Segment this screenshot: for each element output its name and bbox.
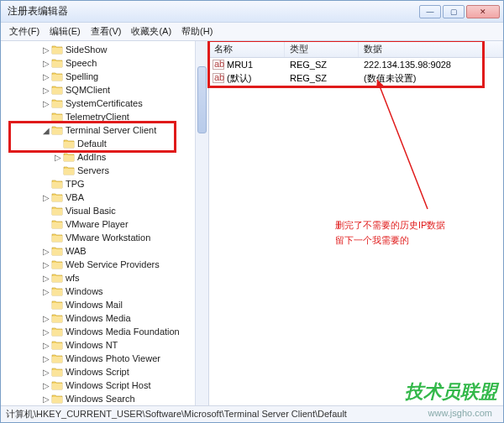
tree-item[interactable]: VMware Player	[1, 217, 208, 231]
expander-icon[interactable]: ▷	[41, 260, 51, 269]
expander-icon[interactable]: ▷	[41, 99, 51, 108]
string-value-icon: ab	[213, 60, 224, 70]
value-row[interactable]: ab(默认)REG_SZ(数值未设置)	[209, 71, 503, 85]
tree-item[interactable]: ▷SideShow	[1, 43, 208, 56]
tree-item-label: Windows Script	[66, 367, 129, 377]
folder-icon	[51, 259, 63, 269]
folder-icon	[51, 246, 63, 256]
folder-icon	[51, 273, 63, 283]
folder-icon	[51, 112, 63, 122]
tree-item[interactable]: Visual Basic	[1, 204, 208, 217]
value-row[interactable]: abMRU1REG_SZ222.134.135.98:9028	[209, 58, 503, 71]
registry-tree[interactable]: ▷SideShow▷Speech▷Spelling▷SQMClient▷Syst…	[1, 41, 209, 405]
tree-item[interactable]: ▷AddIns	[1, 150, 208, 164]
scrollbar-thumb[interactable]	[197, 66, 207, 133]
folder-icon	[51, 192, 63, 202]
tree-item-label: Spelling	[66, 71, 98, 81]
expander-icon[interactable]: ▷	[41, 86, 51, 95]
annotation-line2: 留下一个我需要的	[335, 232, 445, 248]
tree-item[interactable]: ▷Spelling	[1, 70, 208, 83]
folder-icon	[63, 165, 75, 175]
expander-icon[interactable]: ▷	[41, 381, 51, 390]
expander-icon[interactable]: ◢	[41, 126, 51, 135]
expander-icon[interactable]: ▷	[41, 247, 51, 256]
folder-icon	[51, 380, 63, 390]
value-name: MRU1	[227, 60, 253, 70]
list-body[interactable]: abMRU1REG_SZ222.134.135.98:9028ab(默认)REG…	[209, 58, 503, 405]
tree-item-label: VBA	[66, 192, 84, 202]
menu-favorites[interactable]: 收藏夹(A)	[126, 24, 176, 39]
folder-icon	[51, 71, 63, 81]
tree-item[interactable]: VMware Workstation	[1, 231, 208, 244]
tree-item[interactable]: ▷SystemCertificates	[1, 97, 208, 110]
tree-item[interactable]: ▷Web Service Providers	[1, 258, 208, 271]
maximize-button[interactable]: ▢	[443, 5, 465, 18]
value-data: 222.134.135.98:9028	[359, 60, 503, 70]
tree-item[interactable]: ▷Windows Media	[1, 311, 208, 325]
expander-icon[interactable]: ▷	[41, 45, 51, 55]
window-controls: — ▢ ✕	[419, 5, 500, 18]
folder-icon	[51, 85, 63, 95]
expander-icon[interactable]: ▷	[41, 341, 51, 350]
tree-item[interactable]: ▷wfs	[1, 271, 208, 285]
tree-item-label: TPG	[66, 179, 85, 189]
expander-icon[interactable]: ▷	[41, 72, 51, 81]
expander-icon[interactable]: ▷	[53, 153, 63, 162]
expander-icon[interactable]: ▷	[41, 394, 51, 404]
window-title: 注册表编辑器	[8, 4, 419, 18]
tree-item[interactable]: ▷Windows NT	[1, 338, 208, 352]
tree-item[interactable]: Servers	[1, 164, 208, 177]
expander-icon[interactable]: ▷	[41, 59, 51, 68]
svg-text:ab: ab	[214, 73, 224, 82]
tree-item[interactable]: ▷Windows Search	[1, 392, 208, 405]
folder-icon	[51, 340, 63, 350]
menu-help[interactable]: 帮助(H)	[176, 24, 218, 39]
tree-item[interactable]: ▷Windows Photo Viewer	[1, 352, 208, 365]
value-name-cell: abMRU1	[209, 60, 285, 70]
folder-icon	[51, 313, 63, 323]
tree-item[interactable]: ◢Terminal Server Client	[1, 123, 208, 137]
folder-icon	[51, 179, 63, 189]
tree-item[interactable]: Windows Mail	[1, 298, 208, 311]
folder-icon	[51, 98, 63, 108]
menu-file[interactable]: 文件(F)	[4, 24, 45, 39]
tree-item[interactable]: ▷Windows Script	[1, 365, 208, 379]
expander-icon[interactable]: ▷	[41, 274, 51, 283]
folder-icon	[51, 58, 63, 68]
tree-item[interactable]: ▷WAB	[1, 244, 208, 258]
tree-item[interactable]: ▷Windows Script Host	[1, 379, 208, 392]
tree-item[interactable]: ▷VBA	[1, 191, 208, 204]
tree-item-label: Terminal Server Client	[66, 125, 156, 135]
tree-item[interactable]: ▷SQMClient	[1, 83, 208, 97]
tree-item-label: Servers	[77, 165, 109, 175]
tree-item[interactable]: TelemetryClient	[1, 110, 208, 123]
col-type[interactable]: 类型	[285, 41, 359, 57]
tree-item[interactable]: ▷Windows Media Foundation	[1, 325, 208, 338]
tree-item[interactable]: Default	[1, 137, 208, 150]
annotation-text: 删完了不需要的历史IP数据 留下一个我需要的	[335, 217, 445, 248]
col-name[interactable]: 名称	[209, 41, 285, 57]
tree-item[interactable]: TPG	[1, 177, 208, 191]
value-type: REG_SZ	[285, 60, 359, 70]
menu-view[interactable]: 查看(V)	[86, 24, 127, 39]
col-data[interactable]: 数据	[359, 41, 503, 57]
expander-icon[interactable]: ▷	[41, 327, 51, 337]
tree-item-label: Windows Photo Viewer	[66, 353, 160, 363]
tree-scrollbar[interactable]	[195, 41, 208, 405]
status-path: 计算机\HKEY_CURRENT_USER\Software\Microsoft…	[6, 408, 347, 420]
tree-item[interactable]: ▷Windows	[1, 285, 208, 298]
expander-icon[interactable]: ▷	[41, 354, 51, 363]
folder-icon	[51, 206, 63, 216]
folder-icon	[51, 300, 63, 310]
expander-icon[interactable]: ▷	[41, 287, 51, 296]
expander-icon[interactable]: ▷	[41, 314, 51, 323]
tree-item[interactable]: ▷Speech	[1, 56, 208, 70]
expander-icon[interactable]: ▷	[41, 368, 51, 377]
expander-icon[interactable]: ▷	[41, 193, 51, 202]
value-data: (数值未设置)	[359, 72, 503, 85]
close-button[interactable]: ✕	[466, 5, 500, 18]
titlebar[interactable]: 注册表编辑器 — ▢ ✕	[1, 1, 503, 23]
minimize-button[interactable]: —	[419, 5, 441, 18]
menu-edit[interactable]: 编辑(E)	[45, 24, 86, 39]
tree-item-label: Web Service Providers	[66, 259, 160, 269]
